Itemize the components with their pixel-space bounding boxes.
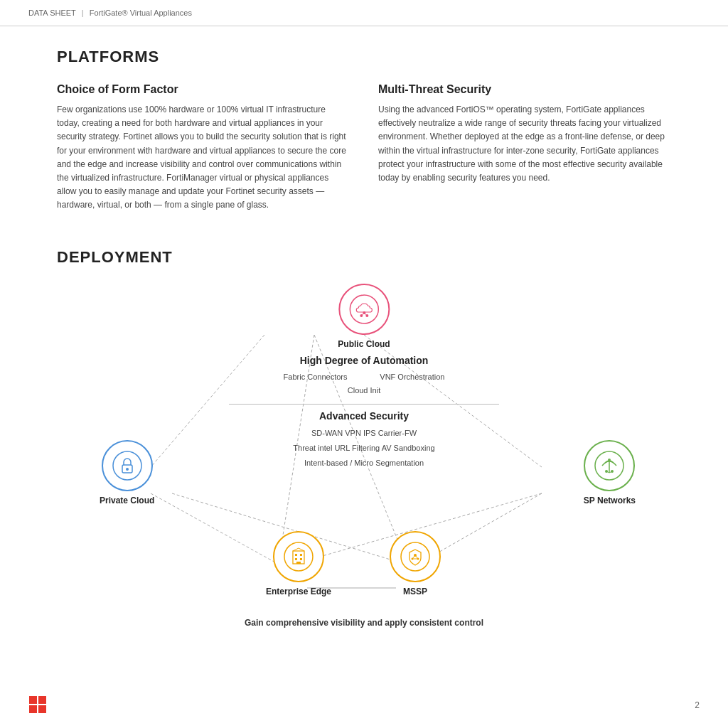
svg-rect-29 xyxy=(295,558,297,560)
product-label: FortiGate® Virtual Appliances xyxy=(90,9,192,17)
security-row-1: SD-WAN VPN IPS Carrier-FW xyxy=(229,426,499,441)
center-divider xyxy=(229,404,499,405)
private-cloud-label: Private Cloud xyxy=(100,496,154,505)
diagram-caption: Gain comprehensive visibility and apply … xyxy=(57,618,671,628)
header-separator: | xyxy=(82,9,84,17)
public-cloud-label: Public Cloud xyxy=(338,339,390,349)
platforms-section-title: PLATFORMS xyxy=(57,48,671,66)
deployment-diagram: Public Cloud Private Cloud xyxy=(57,284,671,611)
private-cloud-icon xyxy=(112,450,143,481)
svg-line-39 xyxy=(415,555,418,559)
node-public-cloud: Public Cloud xyxy=(338,284,390,349)
header-bar: DATA SHEET | FortiGate® Virtual Applianc… xyxy=(0,0,728,26)
svg-point-20 xyxy=(608,459,611,461)
svg-point-15 xyxy=(113,451,141,480)
svg-rect-30 xyxy=(300,558,302,560)
public-cloud-icon xyxy=(348,294,380,325)
automation-items: Fabric Connectors VNF Orchestration Clou… xyxy=(229,370,499,399)
svg-rect-27 xyxy=(295,554,297,556)
deployment-section: DEPLOYMENT xyxy=(57,248,671,628)
security-title: Advanced Security xyxy=(229,410,499,422)
svg-rect-31 xyxy=(296,562,301,564)
col1-body: Few organizations use 100% hardware or 1… xyxy=(57,103,350,213)
doc-type-label: DATA SHEET xyxy=(28,9,76,17)
svg-line-4 xyxy=(151,493,275,562)
fortinet-logo xyxy=(28,695,48,715)
automation-item-2: Cloud Init xyxy=(229,384,499,398)
mssp-icon xyxy=(400,541,431,572)
security-row-2: Threat intel URL Filtering AV Sandboxing xyxy=(229,441,499,456)
svg-rect-43 xyxy=(29,705,37,713)
svg-point-9 xyxy=(350,295,378,323)
node-sp-networks: SP Networks xyxy=(584,440,636,505)
svg-point-25 xyxy=(284,542,313,571)
sp-networks-label: SP Networks xyxy=(584,496,636,505)
enterprise-edge-icon xyxy=(283,541,314,572)
platform-col-1: Choice of Form Factor Few organizations … xyxy=(57,83,350,213)
col1-title: Choice of Form Factor xyxy=(57,83,350,96)
security-items: SD-WAN VPN IPS Carrier-FW Threat intel U… xyxy=(229,426,499,471)
sp-networks-circle xyxy=(584,440,635,491)
node-mssp: MSSP xyxy=(390,531,441,596)
platforms-grid: Choice of Form Factor Few organizations … xyxy=(57,83,671,213)
deployment-section-title: DEPLOYMENT xyxy=(57,248,671,267)
enterprise-edge-label: Enterprise Edge xyxy=(266,587,331,596)
mssp-circle xyxy=(390,531,441,582)
svg-point-17 xyxy=(126,468,129,471)
automation-item-1: Fabric Connectors VNF Orchestration xyxy=(229,370,499,385)
node-private-cloud: Private Cloud xyxy=(100,440,154,505)
enterprise-edge-circle xyxy=(273,531,324,582)
svg-rect-41 xyxy=(29,696,37,704)
center-labels: High Degree of Automation Fabric Connect… xyxy=(229,355,499,471)
page-footer: 2 xyxy=(0,695,728,715)
col2-body: Using the advanced FortiOS™ operating sy… xyxy=(378,103,671,185)
svg-line-14 xyxy=(364,313,367,316)
node-enterprise-edge: Enterprise Edge xyxy=(266,531,331,596)
svg-line-13 xyxy=(361,313,364,316)
page-number: 2 xyxy=(695,700,700,710)
platform-col-2: Multi-Threat Security Using the advanced… xyxy=(378,83,671,213)
svg-rect-42 xyxy=(38,696,46,704)
private-cloud-circle xyxy=(102,440,153,491)
svg-rect-28 xyxy=(300,554,302,556)
svg-line-38 xyxy=(412,555,415,559)
public-cloud-circle xyxy=(338,284,390,335)
mssp-label: MSSP xyxy=(403,587,427,596)
sp-networks-icon xyxy=(594,450,625,481)
main-content: PLATFORMS Choice of Form Factor Few orga… xyxy=(0,26,728,670)
security-row-3: Intent-based / Micro Segmentation xyxy=(229,456,499,471)
automation-title: High Degree of Automation xyxy=(229,355,499,366)
footer-logo xyxy=(28,695,48,715)
svg-rect-44 xyxy=(38,705,46,713)
col2-title: Multi-Threat Security xyxy=(378,83,671,96)
